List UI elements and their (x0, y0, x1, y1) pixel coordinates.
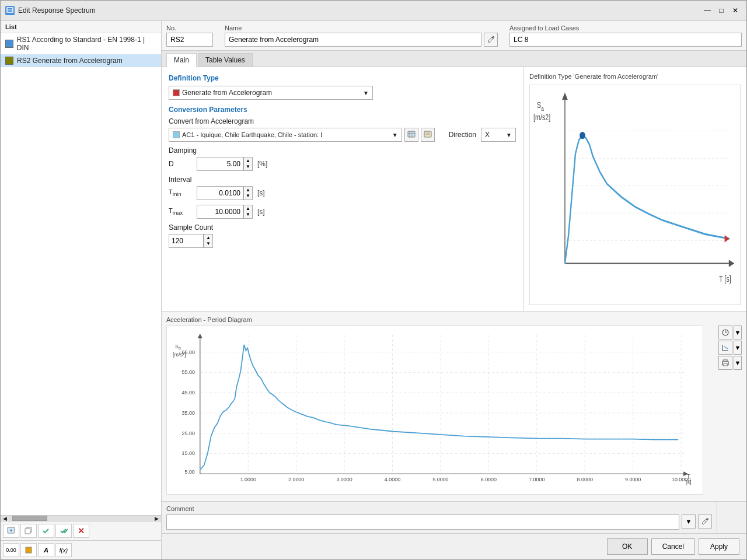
svg-text:45.00: 45.00 (182, 390, 195, 396)
sample-count-spinner[interactable]: ▲ ▼ (204, 234, 213, 248)
formula-button[interactable]: f(x) (55, 543, 72, 557)
tmax-down-button[interactable]: ▼ (244, 211, 252, 217)
comment-input[interactable] (166, 514, 679, 530)
tmin-spinner[interactable]: ▲ ▼ (243, 186, 253, 200)
add-button[interactable]: + (3, 524, 19, 538)
accelerogram-value: AC1 - Iquique, Chile Earthquake, Chile -… (182, 131, 322, 138)
name-edit-button[interactable] (484, 33, 498, 47)
svg-text:T [s]: T [s] (719, 274, 731, 284)
conversion-params-section-title: Conversion Parameters (169, 106, 516, 114)
definition-type-value: Generate from Accelerogram (182, 89, 272, 97)
damping-input[interactable] (197, 157, 243, 171)
convert-from-label: Convert from Accelerogram (169, 117, 516, 125)
diagram-section: Acceleration - Period Diagram ▼ (162, 311, 746, 501)
svg-text:55.00: 55.00 (182, 369, 195, 375)
tmin-down-button[interactable]: ▼ (244, 192, 252, 198)
interval-section: Interval Tmin ▲ ▼ [s] (169, 176, 516, 219)
apply-button[interactable]: Apply (699, 538, 739, 555)
ok-button[interactable]: OK (607, 538, 648, 555)
assigned-label: Assigned to Load Cases (509, 24, 742, 32)
svg-text:Sa: Sa (175, 344, 181, 350)
list-items: RS1 According to Standard - EN 1998-1 | … (1, 33, 161, 515)
sample-count-down-button[interactable]: ▼ (204, 240, 212, 246)
svg-text:[m/s2]: [m/s2] (533, 113, 550, 122)
definition-type-dropdown[interactable]: Generate from Accelerogram ▼ (169, 86, 373, 100)
color-button[interactable] (20, 543, 37, 557)
tmax-input-group: ▲ ▼ (197, 205, 253, 219)
svg-text:5.00: 5.00 (184, 469, 194, 475)
tmin-up-button[interactable]: ▲ (244, 187, 252, 192)
copy-button[interactable] (20, 524, 37, 538)
delete-button[interactable]: ✕ (73, 524, 89, 538)
cancel-button[interactable]: Cancel (651, 538, 695, 555)
svg-text:2.0000: 2.0000 (288, 477, 304, 482)
diagram-print-dropdown[interactable]: ▼ (734, 356, 742, 370)
tab-bar: Main Table Values (162, 51, 746, 67)
diagram-title: Acceleration - Period Diagram (166, 316, 742, 323)
assigned-input[interactable] (509, 33, 742, 47)
svg-text:Sa: Sa (537, 101, 544, 112)
damping-up-button[interactable]: ▲ (244, 158, 252, 163)
tmax-label: Tmax (169, 207, 192, 216)
list-item-selected[interactable]: RS2 Generate from Accelerogram (1, 54, 161, 67)
scroll-left-arrow[interactable]: ◀ (2, 516, 8, 521)
accel-dropdown-arrow-icon: ▼ (392, 132, 398, 138)
svg-text:T: T (687, 473, 690, 479)
comment-dropdown-button[interactable]: ▼ (682, 514, 696, 528)
tmax-input[interactable] (197, 205, 243, 219)
name-input[interactable] (225, 33, 481, 47)
tmin-unit: [s] (257, 189, 265, 197)
svg-text:15.00: 15.00 (182, 450, 195, 456)
accel-table-button[interactable] (404, 128, 418, 142)
form-panel: Definition Type Generate from Accelerogr… (162, 67, 523, 311)
tmax-spinner[interactable]: ▲ ▼ (243, 205, 253, 219)
damping-spinner[interactable]: ▲ ▼ (243, 157, 253, 171)
tab-main[interactable]: Main (166, 53, 197, 67)
diagram-clock-button[interactable] (718, 326, 732, 340)
diagram-clock-dropdown[interactable]: ▼ (734, 326, 742, 340)
no-input[interactable] (166, 33, 213, 47)
diagram-print-button[interactable] (718, 356, 732, 370)
scrollbar-thumb[interactable] (12, 516, 47, 521)
item-icon-rs2 (5, 57, 13, 65)
damping-section: Damping D ▲ ▼ [%] (169, 146, 516, 171)
diagram-axes-dropdown[interactable]: ▼ (734, 341, 742, 355)
scroll-right-arrow[interactable]: ▶ (153, 516, 160, 521)
horizontal-scrollbar[interactable]: ◀ ▶ (1, 515, 161, 521)
mini-chart-panel: Definition Type 'Generate from Accelerog… (523, 67, 746, 311)
zero-display-button[interactable]: 0.00 (3, 543, 19, 557)
svg-marker-17 (729, 260, 735, 267)
accel-settings-button[interactable] (421, 128, 435, 142)
list-item-label: RS2 Generate from Accelerogram (17, 57, 123, 65)
accelerogram-dropdown[interactable]: AC1 - Iquique, Chile Earthquake, Chile -… (169, 128, 402, 142)
tmax-unit: [s] (257, 208, 265, 216)
damping-down-button[interactable]: ▼ (244, 163, 252, 169)
direction-dropdown[interactable]: X ▼ (481, 128, 516, 142)
svg-text:4.0000: 4.0000 (385, 477, 400, 482)
title-bar: Edit Response Spectrum — □ ✕ (1, 1, 746, 21)
verify-button[interactable] (38, 524, 54, 538)
svg-point-26 (580, 132, 585, 139)
list-item[interactable]: RS1 According to Standard - EN 1998-1 | … (1, 33, 161, 54)
sample-count-up-button[interactable]: ▲ (204, 235, 212, 240)
svg-text:[m/s²]: [m/s²] (173, 352, 186, 358)
svg-text:3.0000: 3.0000 (336, 477, 352, 482)
comment-label: Comment (166, 505, 712, 512)
tmin-input[interactable] (197, 186, 243, 200)
interval-label: Interval (169, 176, 516, 184)
svg-rect-11 (424, 131, 431, 137)
comment-edit-button[interactable] (698, 514, 712, 528)
tab-table-values[interactable]: Table Values (198, 53, 253, 66)
diagram-axes-button[interactable] (718, 341, 732, 355)
font-button[interactable]: A (38, 543, 54, 557)
sample-count-input[interactable] (169, 234, 204, 248)
accel-icon (173, 131, 180, 138)
window-icon (5, 6, 15, 15)
tmax-up-button[interactable]: ▲ (244, 205, 252, 211)
close-button[interactable]: ✕ (729, 4, 742, 17)
maximize-button[interactable]: □ (715, 4, 728, 17)
verify2-button[interactable] (55, 524, 72, 538)
tmin-row: Tmin ▲ ▼ [s] (169, 186, 516, 200)
window-title: Edit Response Spectrum (18, 6, 96, 15)
minimize-button[interactable]: — (701, 4, 714, 17)
